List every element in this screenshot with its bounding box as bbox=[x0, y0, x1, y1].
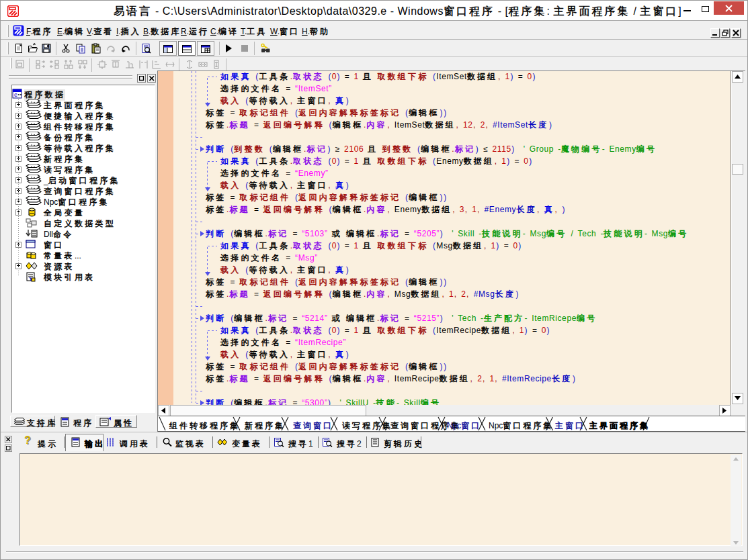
svg-text:e: e bbox=[14, 91, 17, 98]
